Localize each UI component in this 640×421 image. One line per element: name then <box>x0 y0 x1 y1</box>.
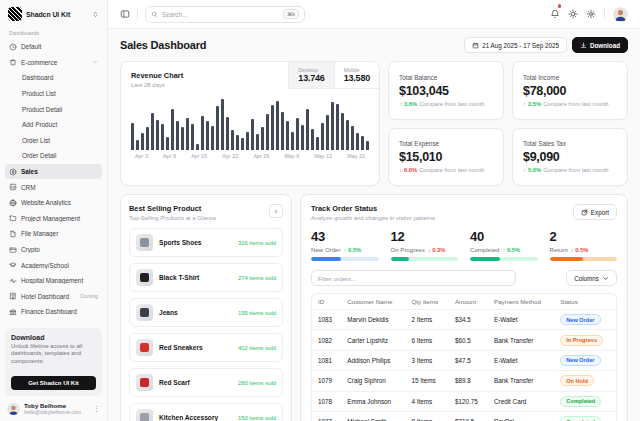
product-row-sports-shoes[interactable]: Sports Shoes316 items sold <box>129 228 283 257</box>
sidebar-item-label: Sales <box>21 168 98 175</box>
filter-orders-input[interactable] <box>311 270 516 286</box>
building-icon <box>9 292 17 300</box>
stat-label: Total Income <box>523 74 617 81</box>
sidebar-item-file-manager[interactable]: File Manager <box>5 226 102 242</box>
get-shadcn-ui-kit-button[interactable]: Get Shadcn UI Kit <box>11 376 96 390</box>
progress-bar <box>470 257 538 261</box>
order-stat-value: 2 <box>550 229 618 244</box>
download-button[interactable]: Download <box>572 37 628 53</box>
sidebar-item-label: Product Detail <box>22 106 98 113</box>
table-row[interactable]: 1082Carter Lipshitz6 Items$60.5Bank Tran… <box>312 330 616 350</box>
series-toggle-mobile[interactable]: Mobile13.580 <box>334 62 379 88</box>
global-search[interactable]: ⌘k <box>145 6 305 23</box>
folder-icon <box>9 214 17 222</box>
workspace-switcher[interactable]: Shadcn UI Kit <box>5 5 102 27</box>
avatar <box>7 402 20 415</box>
sidebar-nav: DefaultE-commerceDashboardProduct ListPr… <box>5 39 102 324</box>
sidebar-item-hospital-management[interactable]: Hospital Management <box>5 273 102 289</box>
globe-icon <box>9 199 17 207</box>
product-items-sold: 280 items sold <box>238 380 276 386</box>
table-row[interactable]: 1081Addison Philips3 Items$47.5E-WalletN… <box>312 350 616 370</box>
arrow-up-icon: ↑ <box>523 167 526 173</box>
columns-dropdown[interactable]: Columns <box>566 270 617 286</box>
bar <box>156 120 159 150</box>
bar <box>256 134 259 150</box>
theme-toggle-sun-icon[interactable] <box>568 9 578 19</box>
bar <box>171 109 174 150</box>
sidebar-item-e-commerce[interactable]: E-commerce <box>5 55 102 71</box>
track-order-status-card: Track Order Status Analyze growth and ch… <box>300 194 628 421</box>
settings-gear-icon[interactable] <box>586 9 596 19</box>
series-toggle-desktop[interactable]: Desktop13.746 <box>289 62 333 88</box>
sidebar-item-finance-dashboard[interactable]: Finance Dashboard <box>5 304 102 320</box>
status-badge: New Order <box>560 314 600 325</box>
sidebar-item-crypto[interactable]: Crypto <box>5 242 102 258</box>
best-selling-more-button[interactable]: › <box>269 204 283 218</box>
sidebar-item-crm[interactable]: CRM <box>5 179 102 195</box>
user-menu[interactable]: Toby Belhome hello@tobybelhome.com ⋮ <box>5 400 102 417</box>
sidebar-item-product-list[interactable]: Product List <box>5 86 102 102</box>
sidebar-item-project-management[interactable]: Project Management <box>5 211 102 227</box>
order-stat-label: Return <box>550 246 568 253</box>
bar <box>221 99 224 150</box>
sidebar-item-dashboard[interactable]: Dashboard <box>5 70 102 86</box>
notifications-button[interactable] <box>550 5 560 23</box>
product-row-jeans[interactable]: Jeans195 items sold <box>129 298 283 327</box>
sidebar-item-default[interactable]: Default <box>5 39 102 55</box>
table-row[interactable]: 1078Emma Johnson4 Items$120.75Credit Car… <box>312 391 616 411</box>
product-items-sold: 316 items sold <box>238 240 276 246</box>
product-row-black-t-shirt[interactable]: Black T-Shirt274 items sold <box>129 263 283 292</box>
bar <box>206 121 209 150</box>
sidebar-item-hotel-dashboard[interactable]: Hotel DashboardComing <box>5 289 102 305</box>
bar <box>291 132 294 150</box>
track-order-meta: Track Order Status Analyze growth and ch… <box>311 204 573 221</box>
date-range-picker[interactable]: 21 Aug 2025 - 17 Sep 2025 <box>464 37 567 53</box>
table-row[interactable]: 1077Michael Smith8 Items$210.5PayPalComp… <box>312 411 616 421</box>
sidebar-item-order-detail[interactable]: Order Detail <box>5 148 102 164</box>
bottom-grid: Best Selling Product Top-Selling Product… <box>120 194 628 421</box>
column-header-qty-items: Qty Items <box>406 294 449 310</box>
bar <box>366 141 369 150</box>
sidebar-item-sales[interactable]: Sales <box>5 164 102 180</box>
best-selling-meta: Best Selling Product Top-Selling Product… <box>129 204 269 221</box>
download-promo-title: Download <box>11 334 96 341</box>
sidebar-item-payment-dashboard[interactable]: Payment Dashboard <box>5 320 102 324</box>
search-input[interactable] <box>162 11 279 18</box>
table-row[interactable]: 1083Marvin Dekidis2 Items$34.5E-WalletNe… <box>312 310 616 330</box>
sidebar-item-academy-school[interactable]: Academy/School <box>5 257 102 273</box>
product-row-red-scarf[interactable]: Red Scarf280 items sold <box>129 368 283 397</box>
product-list: Sports Shoes316 items soldBlack T-Shirt2… <box>129 228 283 421</box>
topbar-divider <box>137 9 138 19</box>
sidebar-item-product-detail[interactable]: Product Detail <box>5 101 102 117</box>
status-badge: Completed <box>560 416 601 421</box>
order-stat-on-progress: 12On Progress↓ 0.3% <box>391 229 459 261</box>
search-shortcut-badge: ⌘k <box>283 9 299 19</box>
sidebar-item-order-list[interactable]: Order List <box>5 133 102 149</box>
user-menu-dots-icon[interactable]: ⋮ <box>93 405 100 413</box>
delta-percent: 3.6% <box>404 101 417 107</box>
user-name: Toby Belhome <box>24 402 89 409</box>
bar <box>181 127 184 150</box>
bar <box>241 138 244 150</box>
bell-icon <box>550 9 560 19</box>
track-order-title: Track Order Status <box>311 204 573 213</box>
sidebar-toggle-icon[interactable] <box>120 9 130 19</box>
cell-customer-name: Craig Siphron <box>341 371 405 391</box>
product-row-kitchen-accessory[interactable]: Kitchen Accessory150 items sold <box>129 403 283 421</box>
export-button[interactable]: Export <box>573 204 617 220</box>
sidebar-item-add-product[interactable]: Add Product <box>5 117 102 133</box>
bar <box>336 104 339 150</box>
stat-value: $78,000 <box>523 84 617 98</box>
cell-customer-name: Marvin Dekidis <box>341 310 405 330</box>
card-icon <box>9 246 17 254</box>
bar <box>351 126 354 150</box>
export-icon <box>581 209 588 216</box>
bar <box>296 118 299 150</box>
cell-status: On Hold <box>554 371 616 391</box>
table-row[interactable]: 1079Craig Siphron15 Items$89.8Bank Trans… <box>312 371 616 391</box>
column-header-id: ID <box>312 294 341 310</box>
product-row-red-sneakers[interactable]: Red Sneakers402 items sold <box>129 333 283 362</box>
sidebar-item-website-analytics[interactable]: Website Analytics <box>5 195 102 211</box>
header-avatar[interactable] <box>613 7 628 22</box>
sidebar-item-label: Default <box>21 43 98 50</box>
